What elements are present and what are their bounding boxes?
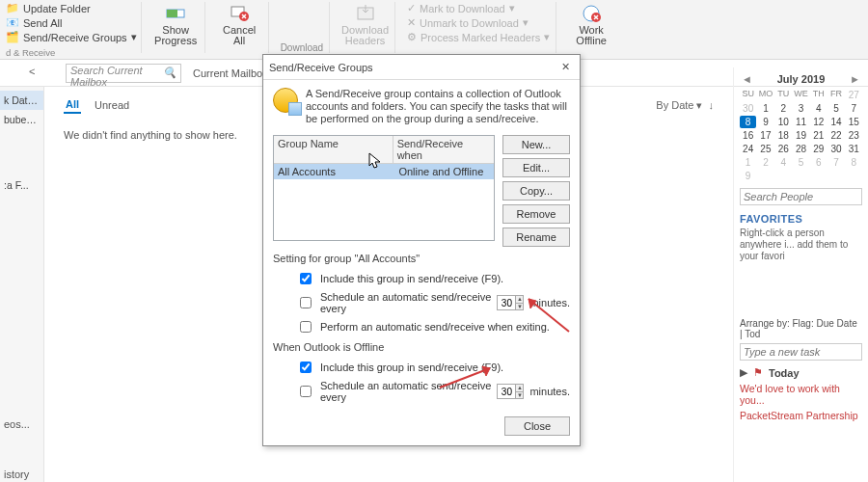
calendar-day[interactable]: 7: [827, 156, 844, 169]
calendar-day[interactable]: 31: [846, 143, 862, 155]
folder-node[interactable]: eos...: [4, 418, 44, 430]
calendar-prev-button[interactable]: ◄: [740, 73, 754, 85]
calendar-dow: TU: [775, 89, 792, 101]
minutes-label: minutes.: [529, 297, 570, 308]
calendar-day[interactable]: 8: [740, 116, 756, 128]
calendar-day[interactable]: 24: [740, 143, 756, 155]
send-receive-groups-menu[interactable]: 🗂️Send/Receive Groups▾: [6, 31, 137, 43]
calendar-day[interactable]: 29: [810, 143, 827, 155]
task-item[interactable]: We'd love to work with you...: [740, 383, 862, 406]
calendar-day[interactable]: 4: [810, 102, 827, 115]
column-group-name: Group Name: [274, 136, 393, 163]
offline-include-label: Include this group in send/receive (F9).: [320, 362, 503, 373]
collapse-caret-icon[interactable]: <: [29, 66, 35, 77]
offline-interval-value[interactable]: [498, 385, 515, 398]
offline-include-checkbox[interactable]: [300, 362, 312, 373]
scope-current-mailbox[interactable]: Current Mailbox: [189, 67, 272, 79]
send-all-command[interactable]: 📧Send All: [6, 16, 137, 29]
work-offline-button[interactable]: WorkOffline: [562, 2, 620, 53]
arrange-by-label[interactable]: Arrange by: Flag: Due Date | Tod: [740, 318, 862, 339]
calendar-day[interactable]: 4: [775, 156, 792, 169]
offline-schedule-checkbox[interactable]: [300, 386, 312, 397]
folder-refresh-icon: 📁: [6, 2, 19, 14]
dialog-description: A Send/Receive group contains a collecti…: [306, 88, 570, 125]
calendar-day[interactable]: 5: [793, 156, 809, 169]
schedule-checkbox[interactable]: [300, 297, 312, 308]
calendar-day[interactable]: 9: [740, 170, 756, 182]
gear-icon: ⚙: [407, 31, 417, 43]
calendar-day[interactable]: 2: [757, 156, 773, 169]
offline-interval-spinbox[interactable]: ▲▼: [497, 384, 524, 399]
calendar-day[interactable]: 18: [775, 129, 792, 142]
remove-group-button[interactable]: Remove: [502, 204, 570, 224]
calendar-day[interactable]: 14: [827, 116, 844, 128]
search-mailbox-input[interactable]: Search Current Mailbox 🔍: [66, 64, 181, 83]
calendar-day[interactable]: 21: [810, 129, 827, 142]
calendar-day[interactable]: 6: [810, 156, 827, 169]
interval-value[interactable]: [498, 296, 515, 309]
cancel-all-button[interactable]: CancelAll: [211, 2, 269, 53]
unmark-icon: ✕: [407, 16, 416, 29]
calendar-day[interactable]: 10: [775, 116, 792, 128]
calendar-day[interactable]: 7: [846, 102, 862, 115]
calendar-day[interactable]: 1: [740, 156, 756, 169]
tab-unread[interactable]: Unread: [93, 97, 131, 113]
calendar-day[interactable]: 22: [827, 129, 844, 142]
calendar-day[interactable]: 17: [757, 129, 773, 142]
calendar-day[interactable]: 2: [775, 102, 792, 115]
calendar-day[interactable]: 30: [740, 102, 756, 115]
calendar-day[interactable]: 5: [827, 102, 844, 115]
calendar-day[interactable]: 3: [793, 102, 809, 115]
calendar-day[interactable]: 16: [740, 129, 756, 142]
calendar-day[interactable]: 11: [793, 116, 809, 128]
expand-today-icon[interactable]: ▶: [740, 366, 747, 379]
calendar-day[interactable]: 19: [793, 129, 809, 142]
show-progress-button[interactable]: ShowProgress: [148, 2, 205, 53]
on-exit-checkbox[interactable]: [300, 321, 312, 333]
close-dialog-button[interactable]: Close: [504, 416, 570, 436]
group-list-table[interactable]: Group Name Send/Receive when All Account…: [273, 135, 495, 241]
search-icon: 🔍: [163, 67, 176, 79]
calendar-day[interactable]: 28: [793, 143, 809, 155]
calendar-day[interactable]: 27: [846, 89, 862, 101]
search-people-input[interactable]: [740, 188, 862, 205]
calendar-dow: SU: [740, 89, 756, 101]
cell-when: Online and Offline: [394, 164, 487, 179]
cell-group-name: All Accounts: [274, 164, 394, 179]
calendar-next-button[interactable]: ►: [848, 73, 862, 85]
update-folder-command[interactable]: 📁Update Folder: [6, 2, 137, 14]
calendar-day[interactable]: 12: [810, 116, 827, 128]
calendar-day[interactable]: 23: [846, 129, 862, 142]
calendar-title: July 2019: [777, 73, 826, 85]
folder-node[interactable]: bubevide: [0, 110, 43, 129]
calendar-dow: TH: [810, 89, 827, 101]
chevron-down-icon: ▾: [544, 31, 550, 43]
task-item[interactable]: PacketStream Partnership: [740, 410, 862, 421]
rename-group-button[interactable]: Rename: [502, 228, 570, 247]
calendar-day[interactable]: 30: [827, 143, 844, 155]
new-group-button[interactable]: New...: [502, 135, 570, 154]
calendar-day[interactable]: 25: [757, 143, 773, 155]
include-group-checkbox[interactable]: [300, 273, 312, 284]
copy-group-button[interactable]: Copy...: [502, 181, 570, 201]
spin-down-icon[interactable]: ▼: [515, 392, 523, 399]
calendar-day[interactable]: 26: [775, 143, 792, 155]
group-row-all-accounts[interactable]: All Accounts Online and Offline: [274, 164, 494, 179]
calendar-day[interactable]: 1: [757, 102, 773, 115]
folder-node[interactable]: istory: [4, 469, 44, 480]
close-icon[interactable]: ✕: [556, 59, 574, 76]
calendar-day[interactable]: 15: [846, 116, 862, 128]
folder-node[interactable]: k Data F...: [0, 91, 43, 110]
folder-node[interactable]: :a F...: [0, 175, 43, 195]
new-task-input[interactable]: [740, 343, 862, 361]
spin-up-icon[interactable]: ▲: [515, 385, 523, 392]
tab-all[interactable]: All: [64, 96, 81, 114]
sort-by-date[interactable]: By Date▾ ↓: [656, 99, 714, 112]
edit-group-button[interactable]: Edit...: [502, 158, 570, 177]
calendar-day[interactable]: 8: [846, 156, 862, 169]
spin-down-icon[interactable]: ▼: [515, 304, 523, 310]
spin-up-icon[interactable]: ▲: [515, 296, 523, 304]
interval-spinbox[interactable]: ▲▼: [497, 295, 524, 310]
calendar-day[interactable]: 9: [757, 116, 773, 128]
mark-icon: ✓: [407, 2, 416, 14]
